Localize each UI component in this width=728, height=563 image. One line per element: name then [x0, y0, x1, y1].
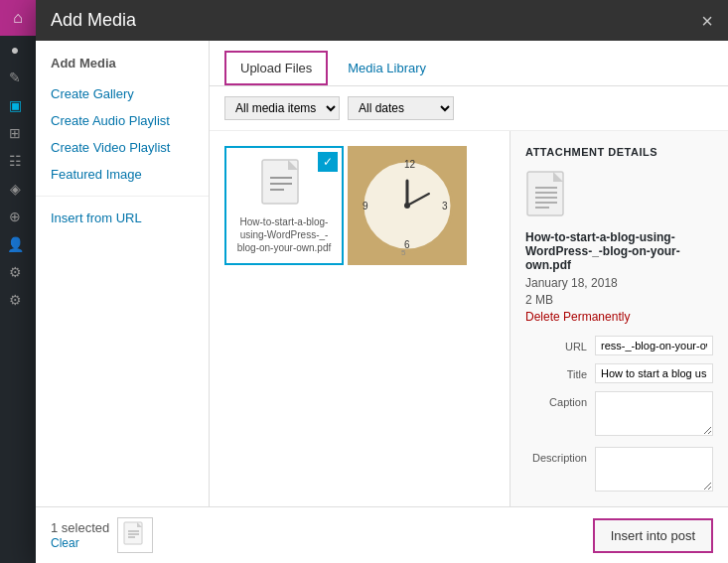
wp-nav-dashboard[interactable]: ● — [0, 36, 30, 64]
footer-selected-area: 1 selected Clear — [51, 517, 153, 553]
footer-file-preview-icon[interactable] — [117, 517, 153, 553]
sidebar-item-create-gallery[interactable]: Create Gallery — [36, 80, 209, 107]
sidebar-item-create-video-playlist[interactable]: Create Video Playlist — [36, 134, 209, 161]
date-filter[interactable]: All dates January 2018 — [348, 96, 454, 120]
wp-nav-posts[interactable]: ✎ — [0, 64, 30, 91]
wp-nav-users[interactable]: 👤 — [0, 230, 30, 258]
left-sidebar: Add Media Create Gallery Create Audio Pl… — [36, 41, 210, 506]
add-media-modal: Add Media × Add Media Create Gallery Cre… — [36, 0, 728, 563]
main-content: Upload Files Media Library All media ite… — [210, 41, 728, 506]
modal-footer: 1 selected Clear Insert into post — [36, 506, 728, 563]
wp-nav-appearance[interactable]: ◈ — [0, 175, 30, 203]
sidebar-divider — [36, 196, 209, 197]
media-item-clock[interactable]: 12 3 6 9 5 — [348, 146, 467, 265]
tab-upload-files[interactable]: Upload Files — [224, 51, 328, 85]
wp-admin-sidebar: ⌂ ● ✎ ▣ ⊞ ☷ ◈ ⊕ 👤 ⚙ ⚙ — [0, 0, 36, 563]
attachment-delete-button[interactable]: Delete Permanently — [525, 310, 713, 324]
attachment-details-panel: ATTACHMENT DETAILS How-to-start-a-blog-u… — [510, 131, 728, 506]
wp-nav-settings[interactable]: ⚙ — [0, 286, 30, 314]
field-row-url: URL — [525, 336, 713, 355]
wp-nav-media[interactable]: ▣ — [0, 91, 30, 119]
sidebar-item-featured-image[interactable]: Featured Image — [36, 161, 209, 188]
modal-title: Add Media — [51, 10, 136, 31]
attachment-section-title: ATTACHMENT DETAILS — [525, 146, 713, 158]
sidebar-item-create-audio-playlist[interactable]: Create Audio Playlist — [36, 107, 209, 134]
media-item-pdf-name: How-to-start-a-blog-using-WordPress-_-bl… — [226, 215, 342, 254]
attachment-date: January 18, 2018 — [525, 276, 713, 290]
svg-text:3: 3 — [442, 201, 448, 211]
media-type-filter[interactable]: All media items Images Audio Video Docum… — [224, 96, 340, 120]
media-item-pdf[interactable]: ✓ How-to-start-a-blog-using-WordPress-_-… — [224, 146, 344, 265]
attachment-filesize: 2 MB — [525, 293, 713, 307]
clear-selection[interactable]: Clear — [51, 536, 79, 550]
caption-field — [595, 391, 713, 439]
wp-nav-tools[interactable]: ⚙ — [0, 258, 30, 286]
file-icon — [123, 521, 147, 549]
wp-nav-plugins[interactable]: ⊕ — [0, 203, 30, 230]
title-label: Title — [525, 363, 595, 380]
url-input[interactable] — [595, 336, 713, 355]
description-textarea[interactable] — [595, 447, 713, 492]
description-label: Description — [525, 447, 595, 464]
attachment-filename: How-to-start-a-blog-using-WordPress-_-bl… — [525, 230, 713, 272]
svg-text:9: 9 — [363, 201, 368, 211]
caption-textarea[interactable] — [595, 391, 713, 436]
media-grid: ✓ How-to-start-a-blog-using-WordPress-_-… — [210, 131, 510, 506]
sidebar-item-insert-from-url[interactable]: Insert from URL — [36, 205, 209, 231]
wp-nav-pages[interactable]: ⊞ — [0, 119, 30, 147]
modal-body: Add Media Create Gallery Create Audio Pl… — [36, 41, 728, 506]
modal-header: Add Media × — [36, 0, 728, 41]
url-field — [595, 336, 713, 355]
selected-count: 1 selected Clear — [51, 520, 109, 550]
tab-media-library[interactable]: Media Library — [332, 51, 442, 85]
media-toolbar: All media items Images Audio Video Docum… — [210, 86, 728, 131]
clock-image-preview: 12 3 6 9 5 — [348, 146, 467, 265]
caption-label: Caption — [525, 391, 595, 408]
modal-close-button[interactable]: × — [701, 11, 713, 31]
media-area: ✓ How-to-start-a-blog-using-WordPress-_-… — [210, 131, 728, 506]
attachment-doc-icon — [525, 170, 573, 227]
selected-count-text: 1 selected — [51, 520, 109, 535]
wp-logo: ⌂ — [0, 0, 36, 36]
svg-text:12: 12 — [404, 159, 416, 170]
tabs-bar: Upload Files Media Library — [210, 41, 728, 86]
field-row-description: Description — [525, 447, 713, 494]
url-label: URL — [525, 336, 595, 352]
selection-checkmark: ✓ — [318, 152, 338, 172]
svg-text:5: 5 — [401, 248, 406, 257]
description-field — [595, 447, 713, 494]
wp-nav-comments[interactable]: ☷ — [0, 147, 30, 175]
sidebar-title: Add Media — [36, 56, 209, 80]
insert-into-post-button[interactable]: Insert into post — [593, 518, 713, 553]
document-icon — [260, 158, 308, 215]
title-input[interactable] — [595, 363, 713, 383]
field-row-title: Title — [525, 363, 713, 383]
field-row-caption: Caption — [525, 391, 713, 439]
title-field — [595, 363, 713, 383]
